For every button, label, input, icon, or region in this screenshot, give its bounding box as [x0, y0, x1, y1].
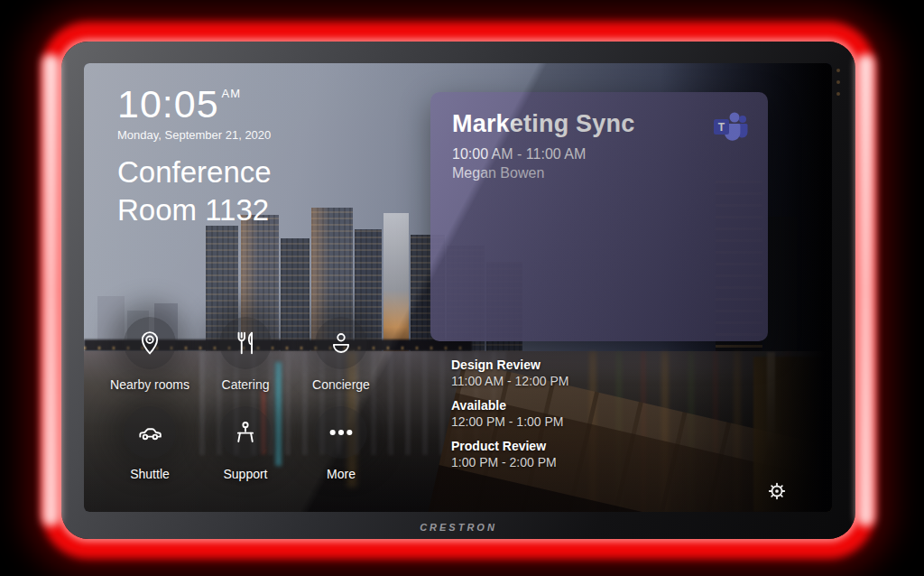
- schedule-item-title: Design Review: [451, 358, 740, 373]
- catering-button[interactable]: Catering: [198, 317, 293, 392]
- quick-actions: Nearby rooms Catering Concierge Shuttle …: [102, 317, 389, 481]
- support-button[interactable]: Support: [198, 406, 293, 481]
- meeting-organizer: Megan Bowen: [452, 165, 746, 181]
- gear-icon[interactable]: [765, 479, 789, 503]
- microsoft-teams-icon: T: [712, 110, 748, 143]
- support-desk-icon: [232, 419, 259, 446]
- schedule-item-time: 12:00 PM - 1:00 PM: [451, 414, 740, 430]
- current-meeting-card[interactable]: Marketing Sync 10:00 AM - 11:00 AM Megan…: [430, 92, 768, 341]
- schedule-item[interactable]: Design Review 11:00 AM - 12:00 PM: [451, 358, 740, 389]
- car-icon: [135, 418, 164, 447]
- schedule-item-title: Available: [451, 398, 740, 413]
- map-pin-icon: [136, 330, 163, 357]
- screenshot-stage: 10:05AM Monday, September 21, 2020 Confe…: [0, 0, 924, 576]
- meeting-title: Marketing Sync: [452, 110, 746, 138]
- concierge-icon: [328, 330, 355, 357]
- crestron-logo: CRESTRON: [61, 522, 855, 533]
- schedule-item-title: Product Review: [451, 439, 740, 454]
- clock-block: 10:05AM Monday, September 21, 2020: [117, 83, 271, 142]
- light-pillar: [767, 352, 775, 453]
- panel-screen: 10:05AM Monday, September 21, 2020 Confe…: [84, 63, 832, 512]
- schedule-item[interactable]: Available 12:00 PM - 1:00 PM: [451, 398, 740, 430]
- action-label: More: [327, 467, 356, 481]
- room-name: Conference Room 1132: [117, 153, 352, 229]
- action-label: Support: [223, 467, 267, 481]
- concierge-button[interactable]: Concierge: [293, 317, 389, 392]
- schedule-item-time: 11:00 AM - 12:00 PM: [451, 374, 740, 389]
- date-text: Monday, September 21, 2020: [117, 128, 271, 142]
- room-panel-device: 10:05AM Monday, September 21, 2020 Confe…: [61, 42, 855, 539]
- more-button[interactable]: More: [293, 406, 389, 481]
- action-label: Concierge: [312, 377, 370, 392]
- led-glow-left: [42, 54, 60, 526]
- nearby-rooms-button[interactable]: Nearby rooms: [102, 317, 198, 392]
- schedule-item-time: 1:00 PM - 2:00 PM: [451, 455, 740, 470]
- action-label: Nearby rooms: [110, 377, 189, 392]
- time-text: 10:05: [117, 82, 219, 125]
- ellipsis-icon: [327, 418, 356, 447]
- svg-text:T: T: [718, 121, 725, 134]
- shuttle-button[interactable]: Shuttle: [102, 406, 198, 481]
- upcoming-schedule: Design Review 11:00 AM - 12:00 PM Availa…: [451, 358, 740, 479]
- action-label: Catering: [222, 377, 270, 392]
- schedule-item[interactable]: Product Review 1:00 PM - 2:00 PM: [451, 439, 740, 470]
- meeting-time: 10:00 AM - 11:00 AM: [452, 146, 746, 163]
- meridiem-text: AM: [222, 87, 242, 100]
- led-glow-right: [857, 54, 874, 526]
- camera-sensor: [836, 69, 840, 96]
- action-label: Shuttle: [130, 467, 170, 481]
- utensils-icon: [232, 330, 259, 357]
